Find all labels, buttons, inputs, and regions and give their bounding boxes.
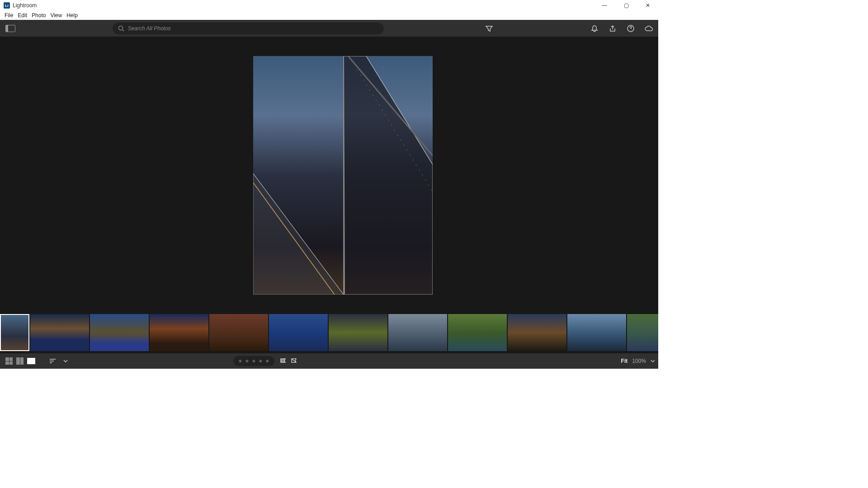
star-icon[interactable]: ★ [251, 358, 256, 364]
panel-toggle-icon[interactable] [5, 25, 15, 32]
zoom-fit-label[interactable]: Fit [621, 358, 628, 364]
thumbnail[interactable] [627, 314, 658, 351]
main-image[interactable] [253, 56, 433, 295]
menu-edit[interactable]: Edit [16, 11, 29, 19]
thumbnail[interactable] [269, 314, 328, 351]
filmstrip[interactable] [0, 314, 658, 353]
search-icon [118, 25, 124, 32]
svg-point-0 [118, 26, 123, 30]
menu-view[interactable]: View [48, 11, 64, 19]
notification-icon[interactable] [590, 24, 599, 33]
thumbnail[interactable] [209, 314, 268, 351]
filter-icon[interactable] [485, 24, 493, 33]
thumbnail[interactable] [0, 314, 29, 351]
thumbnail[interactable] [150, 314, 208, 351]
star-icon[interactable]: ★ [245, 358, 250, 364]
star-icon[interactable]: ★ [265, 358, 270, 364]
search-input[interactable]: Search All Photos [113, 23, 384, 34]
thumbnail[interactable] [567, 314, 626, 351]
menu-file[interactable]: File [3, 11, 15, 19]
chevron-down-icon[interactable] [651, 360, 655, 362]
thumbnail[interactable] [30, 314, 89, 351]
thumbnail[interactable] [90, 314, 149, 351]
detail-view-button[interactable] [27, 358, 35, 364]
zoom-pct-label[interactable]: 100% [632, 358, 646, 364]
thumbnail[interactable] [329, 314, 387, 351]
app-title: Lightroom [13, 2, 37, 9]
top-toolbar: Search All Photos [0, 20, 658, 37]
minimize-button[interactable]: — [598, 2, 611, 9]
cloud-icon[interactable] [645, 24, 653, 33]
window-controls: — ▢ ✕ [598, 2, 655, 9]
menu-help[interactable]: Help [65, 11, 80, 19]
sort-icon[interactable] [49, 357, 57, 365]
menu-photo[interactable]: Photo [30, 11, 47, 19]
flag-pick-icon[interactable] [279, 357, 287, 365]
titlebar: Lr Lightroom — ▢ ✕ [0, 0, 658, 11]
maximize-button[interactable]: ▢ [619, 2, 633, 9]
grid-view-button[interactable] [5, 357, 13, 365]
share-icon[interactable] [609, 24, 617, 33]
bottom-bar: ★★★★★ Fit 100% [0, 353, 658, 369]
star-icon[interactable]: ★ [258, 358, 263, 364]
svg-line-1 [123, 30, 124, 31]
rating-stars[interactable]: ★★★★★ [233, 356, 274, 366]
help-icon[interactable] [627, 24, 635, 33]
thumbnail[interactable] [388, 314, 447, 351]
compare-view-button[interactable] [16, 357, 24, 365]
thumbnail[interactable] [448, 314, 507, 351]
app-icon: Lr [4, 2, 10, 9]
chevron-down-icon[interactable] [61, 357, 70, 365]
canvas-area[interactable] [0, 37, 658, 314]
thumbnail[interactable] [508, 314, 566, 351]
menubar: FileEditPhotoViewHelp [0, 11, 658, 20]
star-icon[interactable]: ★ [238, 358, 243, 364]
close-button[interactable]: ✕ [641, 2, 655, 9]
flag-reject-icon[interactable] [290, 357, 298, 365]
